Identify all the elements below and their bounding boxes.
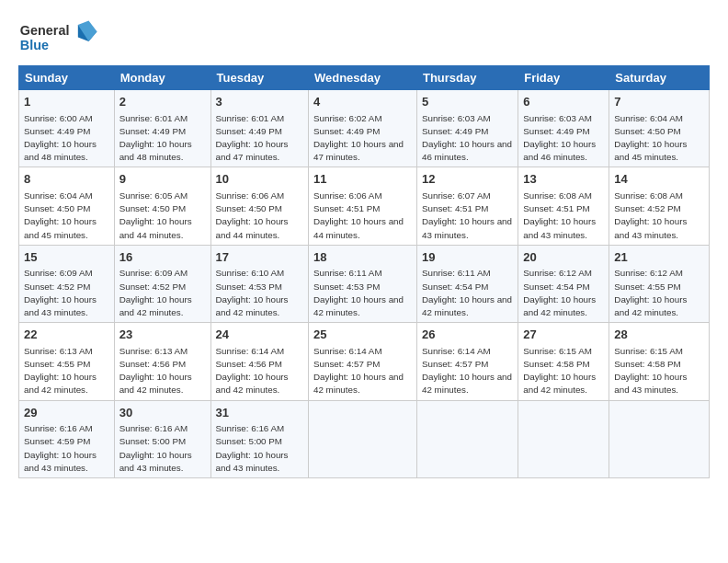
sunrise-info: Sunrise: 6:04 AM: [24, 190, 93, 201]
daylight-info: Daylight: 10 hours and 44 minutes.: [313, 216, 404, 239]
sunrise-info: Sunrise: 6:16 AM: [216, 423, 285, 433]
sunrise-info: Sunrise: 6:09 AM: [24, 268, 93, 278]
day-number: 18: [313, 249, 412, 266]
day-number: 29: [24, 405, 109, 421]
sunrise-info: Sunrise: 6:02 AM: [313, 113, 382, 123]
sunrise-info: Sunrise: 6:15 AM: [614, 346, 683, 356]
day-cell: 7Sunrise: 6:04 AMSunset: 4:50 PMDaylight…: [609, 90, 710, 167]
day-cell: 31Sunrise: 6:16 AMSunset: 5:00 PMDayligh…: [210, 400, 308, 477]
svg-text:Blue: Blue: [20, 38, 49, 52]
day-cell: 2Sunrise: 6:01 AMSunset: 4:49 PMDaylight…: [114, 90, 210, 167]
sunset-info: Sunset: 4:55 PM: [614, 282, 680, 292]
sunset-info: Sunset: 4:50 PM: [216, 203, 282, 213]
day-number: 25: [313, 327, 412, 343]
day-number: 4: [313, 94, 412, 110]
daylight-info: Daylight: 10 hours and 42 minutes.: [216, 372, 289, 395]
day-cell: 24Sunrise: 6:14 AMSunset: 4:56 PMDayligh…: [210, 323, 308, 400]
sunset-info: Sunset: 4:51 PM: [313, 203, 380, 213]
sunrise-info: Sunrise: 6:16 AM: [24, 423, 93, 433]
day-cell: 17Sunrise: 6:10 AMSunset: 4:53 PMDayligh…: [210, 245, 308, 322]
sunset-info: Sunset: 5:00 PM: [119, 436, 186, 446]
sunset-info: Sunset: 4:49 PM: [523, 126, 589, 136]
sunrise-info: Sunrise: 6:16 AM: [119, 423, 188, 433]
day-number: 7: [614, 94, 704, 110]
sunrise-info: Sunrise: 6:04 AM: [614, 113, 683, 123]
sunset-info: Sunset: 4:53 PM: [313, 282, 380, 292]
sunset-info: Sunset: 5:00 PM: [216, 436, 282, 446]
sunset-info: Sunset: 4:49 PM: [216, 126, 282, 136]
day-number: 21: [614, 249, 704, 266]
day-cell: 13Sunrise: 6:08 AMSunset: 4:51 PMDayligh…: [518, 167, 609, 245]
daylight-info: Daylight: 10 hours and 44 minutes.: [216, 216, 289, 239]
daylight-info: Daylight: 10 hours and 43 minutes.: [523, 216, 596, 239]
sunset-info: Sunset: 4:54 PM: [422, 282, 488, 292]
day-number: 19: [422, 249, 513, 266]
sunrise-info: Sunrise: 6:00 AM: [24, 113, 93, 123]
sunrise-info: Sunrise: 6:14 AM: [313, 346, 382, 356]
sunrise-info: Sunrise: 6:06 AM: [313, 190, 382, 201]
day-number: 31: [216, 405, 303, 421]
sunrise-info: Sunrise: 6:07 AM: [422, 190, 491, 201]
day-number: 13: [523, 171, 604, 188]
sunset-info: Sunset: 4:55 PM: [24, 359, 90, 369]
col-header-tuesday: Tuesday: [210, 66, 308, 90]
sunrise-info: Sunrise: 6:01 AM: [119, 113, 188, 123]
day-cell: 20Sunrise: 6:12 AMSunset: 4:54 PMDayligh…: [518, 245, 609, 322]
sunrise-info: Sunrise: 6:06 AM: [216, 190, 285, 201]
day-cell: 25Sunrise: 6:14 AMSunset: 4:57 PMDayligh…: [308, 323, 416, 400]
daylight-info: Daylight: 10 hours and 42 minutes.: [216, 294, 289, 317]
sunset-info: Sunset: 4:53 PM: [216, 282, 282, 292]
sunset-info: Sunset: 4:54 PM: [523, 282, 589, 292]
day-number: 5: [422, 94, 513, 110]
day-cell: 22Sunrise: 6:13 AMSunset: 4:55 PMDayligh…: [19, 323, 115, 400]
daylight-info: Daylight: 10 hours and 46 minutes.: [422, 139, 512, 162]
day-cell: 19Sunrise: 6:11 AMSunset: 4:54 PMDayligh…: [416, 245, 518, 322]
daylight-info: Daylight: 10 hours and 43 minutes.: [119, 450, 192, 473]
day-cell: 21Sunrise: 6:12 AMSunset: 4:55 PMDayligh…: [609, 245, 710, 322]
page-container: General Blue SundayMondayTuesdayWednesda…: [0, 0, 728, 488]
col-header-friday: Friday: [518, 66, 609, 90]
daylight-info: Daylight: 10 hours and 47 minutes.: [313, 139, 404, 162]
day-number: 23: [119, 327, 206, 343]
logo-svg: General Blue: [18, 17, 101, 58]
sunset-info: Sunset: 4:57 PM: [313, 359, 380, 369]
daylight-info: Daylight: 10 hours and 44 minutes.: [119, 216, 192, 239]
sunset-info: Sunset: 4:49 PM: [422, 126, 488, 136]
day-number: 11: [313, 171, 412, 188]
col-header-monday: Monday: [114, 66, 210, 90]
day-cell: 5Sunrise: 6:03 AMSunset: 4:49 PMDaylight…: [416, 90, 518, 167]
day-cell: 4Sunrise: 6:02 AMSunset: 4:49 PMDaylight…: [308, 90, 416, 167]
sunrise-info: Sunrise: 6:12 AM: [614, 268, 683, 278]
daylight-info: Daylight: 10 hours and 43 minutes.: [24, 450, 97, 473]
day-number: 20: [523, 249, 604, 266]
sunrise-info: Sunrise: 6:09 AM: [119, 268, 188, 278]
daylight-info: Daylight: 10 hours and 45 minutes.: [614, 139, 687, 162]
day-cell: 18Sunrise: 6:11 AMSunset: 4:53 PMDayligh…: [308, 245, 416, 322]
sunrise-info: Sunrise: 6:13 AM: [119, 346, 188, 356]
sunrise-info: Sunrise: 6:14 AM: [422, 346, 491, 356]
sunrise-info: Sunrise: 6:12 AM: [523, 268, 592, 278]
day-number: 1: [24, 94, 109, 110]
week-row-5: 29Sunrise: 6:16 AMSunset: 4:59 PMDayligh…: [19, 400, 710, 477]
day-cell: 26Sunrise: 6:14 AMSunset: 4:57 PMDayligh…: [416, 323, 518, 400]
sunrise-info: Sunrise: 6:11 AM: [422, 268, 491, 278]
day-number: 15: [24, 249, 109, 266]
sunset-info: Sunset: 4:49 PM: [313, 126, 380, 136]
day-number: 17: [216, 249, 303, 266]
sunset-info: Sunset: 4:51 PM: [422, 203, 488, 213]
daylight-info: Daylight: 10 hours and 42 minutes.: [523, 372, 596, 395]
sunset-info: Sunset: 4:56 PM: [119, 359, 186, 369]
sunrise-info: Sunrise: 6:11 AM: [313, 268, 382, 278]
week-row-2: 8Sunrise: 6:04 AMSunset: 4:50 PMDaylight…: [19, 167, 710, 245]
daylight-info: Daylight: 10 hours and 42 minutes.: [24, 372, 97, 395]
day-cell: [416, 400, 518, 477]
sunset-info: Sunset: 4:49 PM: [119, 126, 186, 136]
sunset-info: Sunset: 4:52 PM: [614, 203, 680, 213]
sunset-info: Sunset: 4:50 PM: [24, 203, 90, 213]
week-row-4: 22Sunrise: 6:13 AMSunset: 4:55 PMDayligh…: [19, 323, 710, 400]
daylight-info: Daylight: 10 hours and 42 minutes.: [313, 372, 404, 395]
daylight-info: Daylight: 10 hours and 46 minutes.: [523, 139, 596, 162]
daylight-info: Daylight: 10 hours and 42 minutes.: [523, 294, 596, 317]
col-header-wednesday: Wednesday: [308, 66, 416, 90]
sunset-info: Sunset: 4:56 PM: [216, 359, 282, 369]
